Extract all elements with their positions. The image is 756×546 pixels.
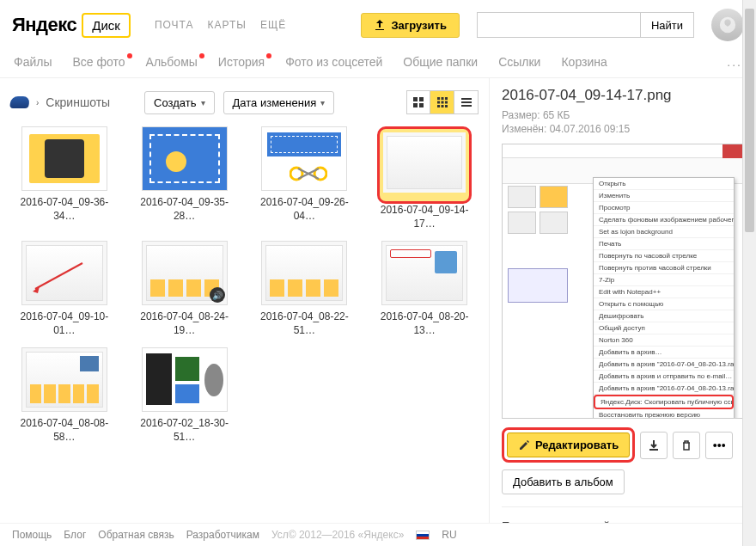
avatar[interactable] bbox=[711, 9, 744, 41]
tab-history[interactable]: История bbox=[218, 55, 265, 69]
footer-feedback[interactable]: Обратная связь bbox=[98, 529, 174, 541]
create-button[interactable]: Создать ▾ bbox=[144, 91, 214, 114]
header: Яндекс Диск ПОЧТА КАРТЫ ЕЩЁ Загрузить На… bbox=[0, 0, 756, 46]
edit-icon bbox=[518, 439, 530, 451]
file-name: 2016-07-04_09-14-17… bbox=[370, 204, 479, 230]
chevron-right-icon: › bbox=[36, 98, 39, 107]
create-label: Создать bbox=[154, 96, 196, 109]
tab-photos[interactable]: Все фото bbox=[72, 55, 125, 69]
sort-button[interactable]: Дата изменения ▾ bbox=[223, 91, 335, 114]
link-maps[interactable]: КАРТЫ bbox=[208, 19, 247, 31]
tab-files[interactable]: Файлы bbox=[14, 55, 52, 69]
svg-rect-6 bbox=[445, 97, 448, 100]
file-tile[interactable]: 2016-07-04_08-22-51… bbox=[251, 241, 359, 337]
tab-social[interactable]: Фото из соцсетей bbox=[285, 55, 382, 69]
delete-button[interactable] bbox=[673, 432, 700, 459]
footer-lang[interactable]: RU bbox=[442, 529, 456, 541]
ellipsis-icon: ••• bbox=[713, 439, 726, 452]
svg-rect-8 bbox=[441, 101, 443, 104]
search-input[interactable] bbox=[477, 12, 640, 38]
detail-size: Размер: 65 КБ bbox=[502, 109, 744, 121]
breadcrumb[interactable]: › Скриншоты bbox=[10, 95, 110, 109]
svg-rect-5 bbox=[441, 97, 443, 100]
view-large-icon[interactable] bbox=[406, 90, 430, 114]
sort-label: Дата изменения bbox=[233, 96, 317, 109]
nav-tabs: Файлы Все фото Альбомы История Фото из с… bbox=[0, 46, 756, 78]
file-grid: 2016-07-04_09-36-34… 2016-07-04_09-35-28… bbox=[10, 126, 479, 445]
file-name: 2016-07-04_08-08-58… bbox=[10, 417, 119, 444]
footer-blog[interactable]: Блог bbox=[64, 529, 86, 541]
tab-more[interactable]: ... bbox=[727, 55, 742, 69]
file-name: 2016-07-04_09-26-04… bbox=[251, 196, 359, 223]
size-value: 65 КБ bbox=[543, 109, 570, 121]
logo[interactable]: Яндекс Диск bbox=[12, 13, 131, 38]
svg-rect-7 bbox=[437, 101, 440, 104]
footer-developers[interactable]: Разработчикам bbox=[186, 529, 259, 541]
file-tile[interactable]: 2016-07-04_09-26-04… bbox=[251, 126, 359, 230]
toolbar: › Скриншоты Создать ▾ Дата изменения ▾ bbox=[10, 90, 479, 114]
thumbnail bbox=[21, 241, 107, 305]
svg-rect-1 bbox=[419, 97, 424, 101]
context-menu: ОткрытьИзменитьПросмотр Сделать фоновым … bbox=[593, 177, 735, 419]
thumbnail: 🔊 bbox=[142, 241, 228, 305]
chevron-down-icon: ▾ bbox=[320, 98, 325, 107]
thumbnail bbox=[142, 126, 228, 191]
footer-copyright: Усл© 2012—2016 «Яндекс» bbox=[271, 529, 404, 541]
svg-marker-19 bbox=[33, 286, 40, 293]
footer: Помощь Блог Обратная связь Разработчикам… bbox=[0, 523, 756, 546]
link-more[interactable]: ЕЩЁ bbox=[260, 19, 286, 31]
preview-image[interactable]: ОткрытьИзменитьПросмотр Сделать фоновым … bbox=[502, 144, 744, 419]
flag-ru-icon bbox=[416, 531, 430, 540]
thumbnail bbox=[142, 347, 228, 412]
file-name: 2016-07-02_18-30-51… bbox=[131, 417, 239, 444]
main: › Скриншоты Создать ▾ Дата изменения ▾ 2… bbox=[0, 78, 756, 528]
edit-button[interactable]: Редактировать bbox=[507, 433, 630, 457]
file-browser: › Скриншоты Создать ▾ Дата изменения ▾ 2… bbox=[0, 78, 490, 528]
scrollbar[interactable] bbox=[742, 0, 756, 546]
file-tile[interactable]: 2016-07-02_18-30-51… bbox=[131, 347, 239, 444]
scroll-thumb[interactable] bbox=[745, 9, 754, 232]
search: Найти bbox=[477, 12, 694, 38]
file-tile[interactable]: 2016-07-04_08-08-58… bbox=[10, 347, 119, 444]
footer-help[interactable]: Помощь bbox=[12, 529, 52, 541]
file-tile[interactable]: 🔊 2016-07-04_08-24-19… bbox=[131, 241, 239, 337]
header-links: ПОЧТА КАРТЫ ЕЩЁ bbox=[155, 19, 286, 31]
service-badge: Диск bbox=[82, 13, 131, 38]
window-titlebar bbox=[503, 144, 743, 158]
svg-rect-10 bbox=[437, 105, 440, 107]
file-tile[interactable]: 2016-07-04_09-35-28… bbox=[131, 126, 239, 230]
file-tile[interactable]: 2016-07-04_09-36-34… bbox=[10, 126, 119, 230]
chevron-down-icon: ▾ bbox=[201, 98, 205, 107]
file-name: 2016-07-04_09-36-34… bbox=[10, 196, 119, 223]
download-button[interactable] bbox=[640, 432, 668, 459]
more-button[interactable]: ••• bbox=[705, 432, 733, 459]
file-name: 2016-07-04_09-10-01… bbox=[10, 310, 119, 337]
svg-rect-13 bbox=[461, 98, 472, 100]
edit-highlight: Редактировать bbox=[502, 427, 635, 463]
link-mail[interactable]: ПОЧТА bbox=[155, 19, 194, 31]
svg-rect-9 bbox=[445, 101, 448, 104]
tab-albums[interactable]: Альбомы bbox=[146, 55, 198, 69]
svg-line-18 bbox=[35, 263, 82, 289]
upload-icon bbox=[374, 19, 386, 31]
tab-trash[interactable]: Корзина bbox=[561, 55, 607, 69]
view-medium-icon[interactable] bbox=[430, 90, 454, 114]
file-tile[interactable]: 2016-07-04_08-20-13… bbox=[370, 241, 479, 337]
add-to-album-button[interactable]: Добавить в альбом bbox=[502, 469, 625, 494]
upload-label: Загрузить bbox=[391, 19, 446, 32]
search-button[interactable]: Найти bbox=[640, 12, 694, 38]
upload-button[interactable]: Загрузить bbox=[361, 13, 459, 38]
thumbnail bbox=[383, 132, 466, 193]
detail-title: 2016-07-04_09-14-17.png bbox=[502, 87, 744, 104]
svg-rect-4 bbox=[437, 97, 440, 100]
tab-links[interactable]: Ссылки bbox=[498, 55, 540, 69]
tab-shared[interactable]: Общие папки bbox=[403, 55, 478, 69]
file-name: 2016-07-04_08-22-51… bbox=[251, 310, 359, 337]
view-list-icon[interactable] bbox=[454, 90, 479, 114]
file-tile[interactable]: 2016-07-04_09-10-01… bbox=[10, 241, 119, 337]
disk-icon bbox=[9, 96, 30, 108]
file-tile-selected[interactable]: 2016-07-04_09-14-17… bbox=[370, 126, 479, 230]
svg-rect-15 bbox=[461, 105, 472, 107]
detail-modified: Изменён: 04.07.2016 09:15 bbox=[502, 123, 744, 135]
svg-rect-12 bbox=[445, 105, 448, 107]
